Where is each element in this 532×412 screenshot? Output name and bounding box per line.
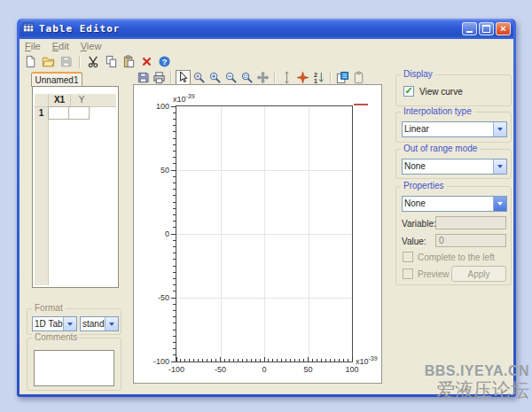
row-number[interactable]: 1 <box>35 106 48 120</box>
tick-mark <box>173 278 176 279</box>
chevron-down-icon[interactable] <box>63 317 76 330</box>
interpolation-value: Linear <box>403 122 493 136</box>
cell-y-1[interactable] <box>68 106 90 120</box>
preview-checkbox[interactable] <box>403 268 413 279</box>
properties-group-label: Properties <box>401 181 447 190</box>
chevron-down-icon[interactable] <box>493 122 506 136</box>
view-curve-checkbox[interactable]: ✓ <box>403 86 414 97</box>
menu-view[interactable]: View <box>81 41 102 51</box>
properties-select[interactable]: None <box>402 196 507 212</box>
tick-mark <box>308 357 309 361</box>
zoom-in-icon[interactable] <box>207 70 223 85</box>
tick-mark <box>277 359 278 361</box>
pan-icon[interactable] <box>255 70 270 85</box>
out-of-range-group-label: Out of range mode <box>401 144 480 153</box>
out-of-range-select[interactable]: None <box>402 159 507 175</box>
toolbar-separator <box>170 71 172 83</box>
tick-mark <box>173 240 176 241</box>
cursor-line-icon[interactable] <box>279 70 294 85</box>
tick-mark <box>299 359 300 361</box>
y-axis-scale-label: x10-39 <box>173 93 195 104</box>
new-icon[interactable] <box>23 54 38 69</box>
y-tick-label: -50 <box>146 293 169 302</box>
tick-mark <box>173 214 176 215</box>
copy-icon[interactable] <box>104 54 119 69</box>
comments-input[interactable] <box>34 350 114 386</box>
screen: Table Editor × FileEditView ? Unnamed1 X… <box>0 0 532 412</box>
tick-mark <box>173 316 176 317</box>
apply-button[interactable]: Apply <box>451 266 506 282</box>
window-client-area: FileEditView ? Unnamed1 X1 Y 1 Format <box>20 39 513 394</box>
chevron-down-icon[interactable] <box>493 197 506 211</box>
tick-mark <box>173 157 176 158</box>
chevron-down-icon[interactable] <box>105 317 118 330</box>
comments-group: Comments <box>27 338 121 391</box>
tick-mark <box>173 131 176 132</box>
save-icon[interactable] <box>136 70 151 85</box>
table-corner-cell <box>35 94 48 106</box>
tick-mark <box>268 359 269 361</box>
tick-mark <box>330 359 331 361</box>
gridline <box>176 170 352 171</box>
tick-mark <box>173 259 176 260</box>
watermark-line2: 爱液压论坛 <box>425 379 529 400</box>
zoom-region-icon[interactable] <box>239 70 254 85</box>
table-style-select[interactable]: standard <box>80 316 119 331</box>
clipboard-icon[interactable] <box>351 70 366 85</box>
x-tick-label: 100 <box>340 365 364 374</box>
copy-plot-icon[interactable] <box>335 70 350 85</box>
data-point-icon[interactable] <box>295 70 310 85</box>
menu-edit[interactable]: Edit <box>52 41 69 51</box>
zoom-out-icon[interactable] <box>223 70 239 85</box>
print-icon[interactable] <box>152 70 167 85</box>
tick-mark <box>176 357 177 361</box>
column-header-x1[interactable]: X1 <box>48 94 70 106</box>
tick-mark <box>173 348 176 349</box>
x-tick-label: -100 <box>165 365 188 374</box>
pointer-icon[interactable] <box>176 70 191 85</box>
row-header-strip <box>35 94 49 285</box>
tick-mark <box>173 176 176 177</box>
view-curve-label: View curve <box>419 87 463 97</box>
tick-mark <box>352 357 353 361</box>
sheet-tab[interactable]: Unnamed1 <box>31 72 82 87</box>
tick-mark <box>202 359 203 361</box>
value-field[interactable]: 0 <box>435 234 506 247</box>
interpolation-select[interactable]: Linear <box>402 121 507 137</box>
delete-icon[interactable] <box>139 54 154 69</box>
column-header-y[interactable]: Y <box>70 94 92 106</box>
tick-mark <box>173 227 176 228</box>
cut-icon[interactable] <box>86 54 101 69</box>
value-label: Value: <box>402 237 426 246</box>
table-type-select[interactable]: 1D Table <box>32 316 77 331</box>
tick-mark <box>173 310 176 311</box>
window-title: Table Editor <box>39 23 120 35</box>
help-icon[interactable]: ? <box>157 54 172 69</box>
minimize-button[interactable] <box>462 22 477 35</box>
sort-icon[interactable]: 21 <box>311 70 326 85</box>
variable-field[interactable] <box>435 216 506 229</box>
watermark-line1: BBS.IYEYA.CN <box>425 363 529 379</box>
properties-value: None <box>403 197 493 211</box>
complete-left-checkbox[interactable] <box>403 252 413 262</box>
save-icon[interactable] <box>59 54 74 69</box>
tick-mark <box>321 359 322 361</box>
chevron-down-icon[interactable] <box>493 159 506 174</box>
zoom-dynamic-icon[interactable] <box>192 70 207 85</box>
tick-mark <box>193 359 194 361</box>
gridline <box>176 234 352 235</box>
maximize-button[interactable] <box>479 22 494 35</box>
out-of-range-group: Out of range mode None <box>395 149 512 179</box>
tick-mark <box>260 359 261 361</box>
close-button[interactable]: × <box>496 22 511 35</box>
plot-canvas[interactable]: x10-39 x10-39 -100-50050100100500-50-100 <box>176 105 353 362</box>
display-group-label: Display <box>401 69 435 79</box>
tick-mark <box>224 359 225 361</box>
format-group-label: Format <box>32 303 66 313</box>
tick-mark <box>233 359 234 361</box>
paste-icon[interactable] <box>121 54 137 69</box>
tick-mark <box>173 221 176 222</box>
cell-x1-1[interactable] <box>48 106 69 120</box>
open-icon[interactable] <box>41 54 56 69</box>
menu-file[interactable]: File <box>25 41 41 51</box>
